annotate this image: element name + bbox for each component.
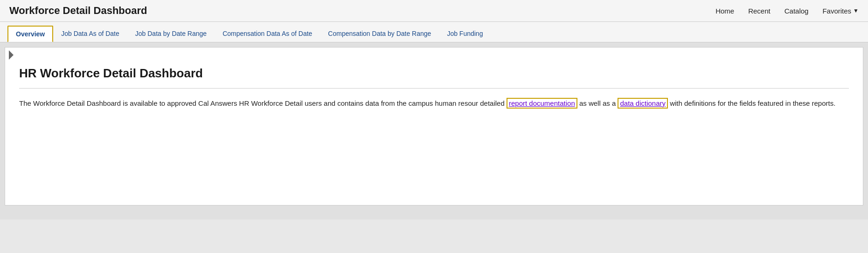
main-content: HR Workforce Detail Dashboard The Workfo… (0, 42, 868, 219)
tab-bar: Overview Job Data As of Date Job Data by… (0, 22, 868, 42)
tab-overview[interactable]: Overview (7, 26, 53, 42)
app-title: Workforce Detail Dashboard (9, 5, 147, 17)
tab-job-funding[interactable]: Job Funding (439, 26, 491, 42)
tab-compensation-data-by-date-range[interactable]: Compensation Data by Date Range (320, 26, 439, 42)
body-text-between: as well as a (577, 99, 618, 107)
chevron-down-icon: ▼ (853, 7, 859, 14)
nav-recent[interactable]: Recent (748, 7, 771, 15)
body-text-intro: The Workforce Detail Dashboard is availa… (19, 99, 507, 107)
panel-title: HR Workforce Detail Dashboard (19, 66, 849, 89)
data-dictionary-link[interactable]: data dictionary (618, 98, 668, 109)
tab-job-data-as-of-date[interactable]: Job Data As of Date (53, 26, 127, 42)
top-nav: Home Recent Catalog Favorites ▼ (715, 7, 859, 15)
body-text-after: with definitions for the fields featured… (668, 99, 835, 107)
content-panel: HR Workforce Detail Dashboard The Workfo… (5, 47, 863, 205)
report-documentation-link[interactable]: report documentation (507, 98, 577, 109)
nav-catalog[interactable]: Catalog (785, 7, 809, 15)
panel-corner-icon (9, 50, 14, 60)
nav-favorites[interactable]: Favorites ▼ (822, 7, 859, 15)
tab-job-data-by-date-range[interactable]: Job Data by Date Range (127, 26, 215, 42)
tab-compensation-data-as-of-date[interactable]: Compensation Data As of Date (215, 26, 320, 42)
panel-body: The Workforce Detail Dashboard is availa… (19, 98, 849, 109)
top-header: Workforce Detail Dashboard Home Recent C… (0, 0, 868, 22)
nav-home[interactable]: Home (715, 7, 734, 15)
